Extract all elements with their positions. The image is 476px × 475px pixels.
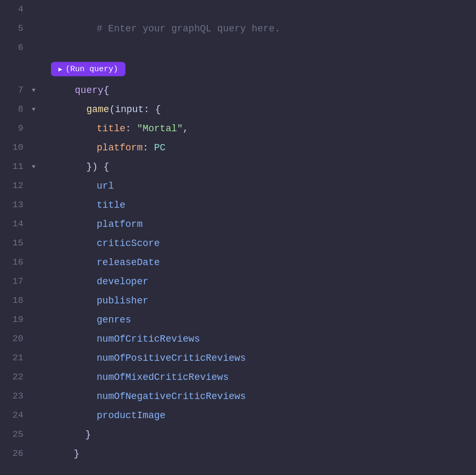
line-number-24: 24 <box>0 406 32 425</box>
line-number-11: 11 <box>0 157 32 176</box>
line-number-13: 13 <box>0 196 32 215</box>
line-number-18: 18 <box>0 291 32 310</box>
line-number-7: 7 <box>0 81 32 100</box>
line-number-21: 21 <box>0 349 32 368</box>
line-number-10: 10 <box>0 138 32 157</box>
line-number-17: 17 <box>0 272 32 291</box>
line-number-5: 5 <box>0 19 32 38</box>
line-number-25: 25 <box>0 425 32 444</box>
line-number-12: 12 <box>0 176 32 196</box>
line-content-26: } <box>39 425 476 475</box>
line-number-16: 16 <box>0 253 32 272</box>
fold-arrow-11[interactable]: ▼ <box>32 157 39 176</box>
line-number-14: 14 <box>0 215 32 234</box>
line-number-6: 6 <box>0 38 32 57</box>
line-number-8: 8 <box>0 100 32 119</box>
line-number-26: 26 <box>0 444 32 463</box>
line-number-23: 23 <box>0 387 32 406</box>
line-6: 6 <box>0 38 476 57</box>
line-number-4: 4 <box>0 0 32 19</box>
comment-text: # Enter your graphQL query here. <box>74 23 280 34</box>
fold-arrow-7[interactable]: ▼ <box>32 81 39 100</box>
line-5: 5 # Enter your graphQL query here. <box>0 19 476 38</box>
line-number-19: 19 <box>0 310 32 329</box>
line-number-9: 9 <box>0 119 32 138</box>
line-number-15: 15 <box>0 234 32 253</box>
line-number-22: 22 <box>0 368 32 387</box>
line-number-20: 20 <box>0 329 32 349</box>
code-editor: 4 5 # Enter your graphQL query here. 6 ▶… <box>0 0 476 463</box>
fold-arrow-8[interactable]: ▼ <box>32 100 39 119</box>
line-26: 26 } <box>0 444 476 463</box>
